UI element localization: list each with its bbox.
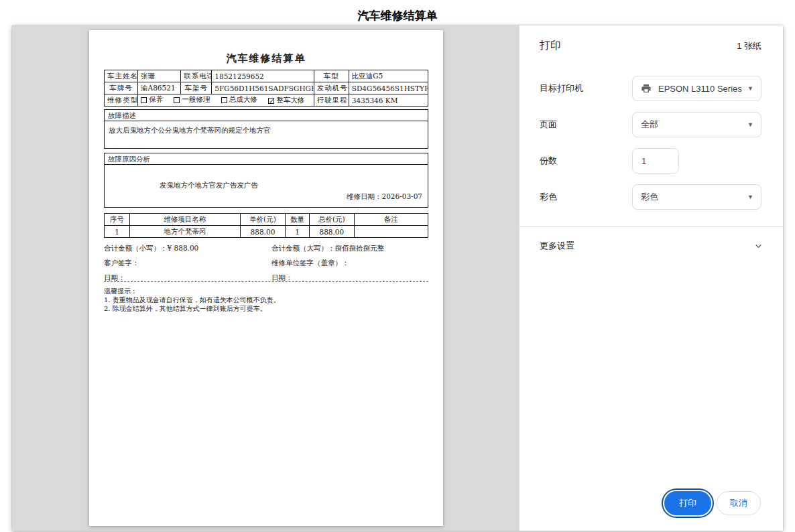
destination-row: 目标打印机 EPSON L3110 Series ▼	[540, 76, 761, 101]
destination-label: 目标打印机	[540, 82, 583, 94]
pages-value: 全部	[641, 119, 658, 131]
dashed-divider	[104, 281, 428, 282]
checkbox-option: 保养	[141, 95, 163, 105]
date-row: 日期： 日期：	[104, 271, 428, 285]
checkbox-label: 总成大修	[229, 95, 257, 105]
table-row: 维修类型 保养 一般修理 总成大修	[105, 94, 428, 107]
dropdown-caret-icon: ▼	[747, 121, 753, 128]
notes-title: 温馨提示：	[104, 287, 428, 295]
dialog-footer: 打印 取消	[519, 491, 761, 515]
destination-value: EPSON L3110 Series	[658, 84, 742, 94]
color-row: 彩色 彩色 ▼	[540, 184, 761, 210]
signature-row: 客户签字： 维修单位签字（盖章）：	[104, 256, 428, 271]
item-unit-price: 888.00	[240, 226, 285, 238]
checkbox-option-checked: ✓ 整车大修	[268, 96, 304, 105]
col-header: 维修项目名称	[130, 214, 241, 226]
mileage-label: 行驶里程	[314, 94, 349, 107]
more-settings-label: 更多设置	[540, 240, 574, 252]
owner-label: 车主姓名	[105, 70, 138, 82]
print-settings-pane: 打印 1 张纸 目标打印机 EPSON L3110 Series ▼ 页面 全部…	[519, 25, 783, 531]
repair-date: 维修日期：2026-03-07	[347, 192, 422, 202]
plate-value: 渝A86521	[138, 82, 181, 94]
table-header-row: 序号 维修项目名称 单价(元) 数量 总价(元) 备注	[105, 214, 428, 226]
col-header: 备注	[354, 214, 428, 226]
checkbox-icon	[141, 97, 147, 103]
total-amount-numeric: 合计金额（小写）：¥ 888.00	[104, 244, 271, 253]
document-page: 汽车维修结算单 车主姓名 张珊 联系电话 18521259652 车型 比亚迪G…	[89, 30, 443, 526]
fault-description-content: 放大后鬼地方个公分鬼地方个梵蒂冈的规定个地方官	[105, 121, 428, 135]
print-button[interactable]: 打印	[664, 491, 711, 515]
notes-section: 温馨提示： 1. 贵重物品及现金请自行保管，如有遗失本公司概不负责。 2. 除现…	[104, 287, 428, 313]
notes-line: 2. 除现金结算外，其他结算方式一律到账后方可提车。	[104, 304, 428, 313]
totals-section: 合计金额（小写）：¥ 888.00 合计金额（大写）：捌佰捌拾捌元整 客户签字：…	[104, 241, 428, 285]
table-row: 车牌号 渝A86521 车架号 5FG56D1H561SADFSGHGHJ 发动…	[105, 82, 428, 94]
copies-label: 份数	[540, 155, 557, 167]
item-name: 地方个梵蒂冈	[130, 226, 241, 238]
repair-items-table: 序号 维修项目名称 单价(元) 数量 总价(元) 备注 1 地方个梵蒂冈 888…	[104, 213, 428, 238]
destination-select[interactable]: EPSON L3110 Series ▼	[632, 76, 761, 101]
phone-value: 18521259652	[212, 70, 314, 82]
checkbox-label: 整车大修	[276, 96, 304, 105]
col-header: 总价(元)	[310, 214, 354, 226]
settings-divider	[519, 226, 783, 227]
col-header: 序号	[105, 214, 130, 226]
more-settings-toggle[interactable]: 更多设置	[540, 235, 764, 257]
print-dialog: 汽车维修结算单 车主姓名 张珊 联系电话 18521259652 车型 比亚迪G…	[12, 25, 783, 531]
dropdown-caret-icon: ▼	[747, 194, 753, 200]
checkbox-icon	[221, 97, 227, 103]
fault-description-box: 故障描述 放大后鬼地方个公分鬼地方个梵蒂冈的规定个地方官	[104, 109, 428, 149]
fault-analysis-label: 故障原因分析	[105, 153, 428, 165]
col-header: 单价(元)	[240, 214, 285, 226]
phone-label: 联系电话	[181, 70, 212, 82]
dialog-title: 打印	[540, 39, 561, 53]
item-remark	[354, 226, 428, 238]
col-header: 数量	[286, 214, 310, 226]
color-label: 彩色	[540, 191, 557, 203]
checkbox-option: 一般修理	[174, 95, 210, 105]
mileage-value: 3435346 KM	[349, 94, 428, 107]
unit-signature-label: 维修单位签字（盖章）：	[271, 259, 428, 268]
color-value: 彩色	[641, 191, 658, 203]
copies-input[interactable]	[632, 148, 679, 174]
settings-header: 打印 1 张纸	[540, 39, 761, 53]
checkbox-icon	[174, 97, 180, 103]
table-row: 1 地方个梵蒂冈 888.00 1 888.00	[105, 226, 428, 238]
checkbox-label: 一般修理	[182, 95, 210, 105]
sheet-count: 1 张纸	[737, 40, 761, 52]
plate-label: 车牌号	[105, 82, 138, 94]
page-title: 汽车维修结算单	[0, 8, 795, 23]
chevron-down-icon	[753, 241, 764, 252]
model-value: 比亚迪G5	[349, 70, 428, 82]
engine-value: SD4G56456S1HSTYRT	[349, 82, 428, 94]
fault-analysis-content: 发鬼地方个地方官发广告发广告	[105, 165, 428, 190]
fault-analysis-box: 故障原因分析 发鬼地方个地方官发广告发广告 维修日期：2026-03-07	[104, 153, 428, 208]
checkbox-label: 保养	[149, 95, 163, 105]
item-seq: 1	[105, 226, 130, 238]
customer-signature-label: 客户签字：	[104, 259, 271, 268]
pages-label: 页面	[540, 119, 557, 131]
pages-row: 页面 全部 ▼	[540, 112, 761, 137]
notes-line: 1. 贵重物品及现金请自行保管，如有遗失本公司概不负责。	[104, 295, 428, 304]
totals-amount-row: 合计金额（小写）：¥ 888.00 合计金额（大写）：捌佰捌拾捌元整	[104, 241, 428, 256]
print-preview-pane: 汽车维修结算单 车主姓名 张珊 联系电话 18521259652 车型 比亚迪G…	[12, 25, 519, 531]
engine-label: 发动机号	[314, 82, 349, 94]
color-select[interactable]: 彩色 ▼	[632, 184, 761, 210]
table-row: 车主姓名 张珊 联系电话 18521259652 车型 比亚迪G5	[105, 70, 428, 82]
item-total-price: 888.00	[310, 226, 354, 238]
cancel-button[interactable]: 取消	[717, 491, 761, 515]
checkbox-option: 总成大修	[221, 95, 257, 105]
total-amount-words: 合计金额（大写）：捌佰捌拾捌元整	[271, 244, 428, 253]
printer-icon	[641, 83, 652, 94]
repair-type-options: 保养 一般修理 总成大修 ✓ 整车大修	[138, 94, 314, 107]
copies-row: 份数	[540, 148, 761, 174]
fault-description-label: 故障描述	[105, 110, 428, 121]
vehicle-info-table: 车主姓名 张珊 联系电话 18521259652 车型 比亚迪G5 车牌号 渝A…	[104, 70, 428, 107]
vin-value: 5FG56D1H561SADFSGHGHJ	[212, 82, 314, 94]
document-title: 汽车维修结算单	[89, 52, 443, 65]
item-qty: 1	[286, 226, 310, 238]
model-label: 车型	[314, 70, 349, 82]
vin-label: 车架号	[181, 82, 212, 94]
repair-type-label: 维修类型	[105, 94, 138, 107]
checkbox-checked-icon: ✓	[268, 98, 274, 104]
pages-select[interactable]: 全部 ▼	[632, 112, 761, 137]
